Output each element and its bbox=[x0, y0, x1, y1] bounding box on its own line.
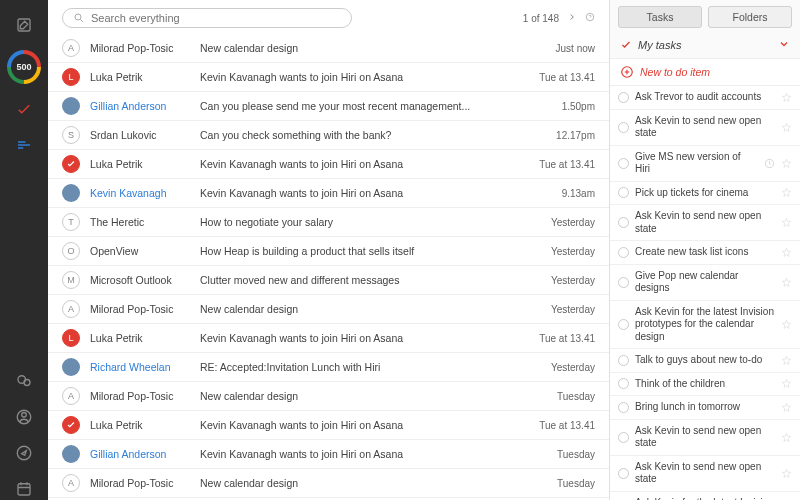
message-sender: Srdan Lukovic bbox=[90, 129, 200, 141]
task-item[interactable]: Ask Trevor to audit accounts bbox=[610, 86, 800, 110]
task-item[interactable]: Give MS new version of Hiri bbox=[610, 146, 800, 182]
task-checkbox[interactable] bbox=[618, 158, 629, 169]
message-row[interactable]: Kevin KavanaghKevin Kavanagh wants to jo… bbox=[48, 179, 609, 208]
star-icon[interactable] bbox=[781, 378, 792, 389]
compass-icon[interactable] bbox=[13, 442, 35, 464]
star-icon[interactable] bbox=[781, 319, 792, 330]
task-item[interactable]: Ask Kevin to send new open state bbox=[610, 456, 800, 492]
avatar: M bbox=[62, 271, 80, 289]
task-text: Create new task list icons bbox=[635, 246, 775, 259]
chat-icon[interactable] bbox=[13, 370, 35, 392]
message-subject: How Heap is building a product that sell… bbox=[200, 245, 529, 257]
new-task-label: New to do item bbox=[640, 66, 710, 78]
message-sender: Kevin Kavanagh bbox=[90, 187, 200, 199]
task-item[interactable]: Think of the children bbox=[610, 373, 800, 397]
task-item[interactable]: Pick up tickets for cinema bbox=[610, 182, 800, 206]
message-sender: Milorad Pop-Tosic bbox=[90, 303, 200, 315]
message-list[interactable]: AMilorad Pop-TosicNew calendar designJus… bbox=[48, 34, 609, 500]
pager-next-icon[interactable] bbox=[567, 12, 577, 24]
message-time: Yesterday bbox=[529, 304, 595, 315]
task-item[interactable]: Ask Kevin to send new open state bbox=[610, 110, 800, 146]
star-icon[interactable] bbox=[781, 355, 792, 366]
task-checkbox[interactable] bbox=[618, 187, 629, 198]
message-subject: New calendar design bbox=[200, 477, 529, 489]
task-item[interactable]: Create new task list icons bbox=[610, 241, 800, 265]
new-task-row[interactable]: New to do item bbox=[610, 58, 800, 86]
task-item[interactable]: Ask Kevin for the latest Invision protot… bbox=[610, 492, 800, 501]
message-row[interactable]: Luka PetrikKevin Kavanagh wants to join … bbox=[48, 411, 609, 440]
message-subject: Kevin Kavanagh wants to join Hiri on Asa… bbox=[200, 187, 529, 199]
star-icon[interactable] bbox=[781, 217, 792, 228]
tab-folders[interactable]: Folders bbox=[708, 6, 792, 28]
checkmark-icon[interactable] bbox=[13, 98, 35, 120]
score-badge[interactable]: 500 bbox=[7, 50, 41, 84]
message-row[interactable]: LLuka PetrikKevin Kavanagh wants to join… bbox=[48, 63, 609, 92]
task-item[interactable]: Give Pop new calendar designs bbox=[610, 265, 800, 301]
message-time: Tue at 13.41 bbox=[529, 333, 595, 344]
star-icon[interactable] bbox=[781, 122, 792, 133]
task-checkbox[interactable] bbox=[618, 432, 629, 443]
task-item[interactable]: Talk to guys about new to-do bbox=[610, 349, 800, 373]
task-item[interactable]: Ask Kevin to send new open state bbox=[610, 420, 800, 456]
message-time: 12.17pm bbox=[529, 130, 595, 141]
message-row[interactable]: TThe HereticHow to negotiate your salary… bbox=[48, 208, 609, 237]
message-row[interactable]: Richard WheelanRE: Accepted:Invitation L… bbox=[48, 353, 609, 382]
message-row[interactable]: AMilorad Pop-TosicNew calendar designTue… bbox=[48, 382, 609, 411]
tab-tasks[interactable]: Tasks bbox=[618, 6, 702, 28]
message-time: Tuesday bbox=[529, 449, 595, 460]
message-row[interactable]: AMilorad Pop-TosicNew calendar designTue… bbox=[48, 469, 609, 498]
task-list[interactable]: Ask Trevor to audit accountsAsk Kevin to… bbox=[610, 86, 800, 500]
task-item[interactable]: Ask Kevin for the latest Invision protot… bbox=[610, 301, 800, 350]
help-icon[interactable] bbox=[585, 12, 595, 24]
task-checkbox[interactable] bbox=[618, 355, 629, 366]
message-subject: New calendar design bbox=[200, 42, 529, 54]
calendar-icon[interactable] bbox=[13, 478, 35, 500]
star-icon[interactable] bbox=[781, 468, 792, 479]
star-icon[interactable] bbox=[781, 277, 792, 288]
list-icon[interactable] bbox=[13, 134, 35, 156]
star-icon[interactable] bbox=[781, 247, 792, 258]
message-row[interactable]: AMilorad Pop-TosicNew calendar designYes… bbox=[48, 295, 609, 324]
message-row[interactable]: OOpenViewHow Heap is building a product … bbox=[48, 237, 609, 266]
star-icon[interactable] bbox=[781, 402, 792, 413]
task-checkbox[interactable] bbox=[618, 468, 629, 479]
message-sender: Milorad Pop-Tosic bbox=[90, 477, 200, 489]
message-sender: The Heretic bbox=[90, 216, 200, 228]
message-row[interactable]: LLuka PetrikKevin Kavanagh wants to join… bbox=[48, 324, 609, 353]
star-icon[interactable] bbox=[781, 187, 792, 198]
task-text: Ask Kevin to send new open state bbox=[635, 425, 775, 450]
task-checkbox[interactable] bbox=[618, 319, 629, 330]
message-row[interactable]: Luka PetrikKevin Kavanagh wants to join … bbox=[48, 150, 609, 179]
star-icon[interactable] bbox=[781, 432, 792, 443]
task-item[interactable]: Bring lunch in tomorrow bbox=[610, 396, 800, 420]
avatar: L bbox=[62, 329, 80, 347]
message-row[interactable]: MMicrosoft OutlookClutter moved new and … bbox=[48, 266, 609, 295]
chevron-down-icon bbox=[778, 38, 790, 52]
message-sender: Luka Petrik bbox=[90, 419, 200, 431]
message-sender: Gillian Anderson bbox=[90, 100, 200, 112]
search-box[interactable] bbox=[62, 8, 352, 28]
message-time: Yesterday bbox=[529, 275, 595, 286]
task-item[interactable]: Ask Kevin to send new open state bbox=[610, 205, 800, 241]
star-icon[interactable] bbox=[781, 158, 792, 169]
task-checkbox[interactable] bbox=[618, 247, 629, 258]
task-checkbox[interactable] bbox=[618, 217, 629, 228]
task-checkbox[interactable] bbox=[618, 122, 629, 133]
task-checkbox[interactable] bbox=[618, 402, 629, 413]
message-row[interactable]: Gillian AndersonCan you please send me y… bbox=[48, 92, 609, 121]
task-text: Ask Kevin to send new open state bbox=[635, 461, 775, 486]
task-checkbox[interactable] bbox=[618, 378, 629, 389]
message-time: Tue at 13.41 bbox=[529, 420, 595, 431]
star-icon[interactable] bbox=[781, 92, 792, 103]
search-input[interactable] bbox=[91, 12, 341, 24]
task-text: Talk to guys about new to-do bbox=[635, 354, 775, 367]
task-checkbox[interactable] bbox=[618, 92, 629, 103]
message-row[interactable]: Gillian AndersonKevin Kavanagh wants to … bbox=[48, 440, 609, 469]
app-sidebar: 500 bbox=[0, 0, 48, 500]
tasks-section-header[interactable]: My tasks bbox=[610, 32, 800, 58]
message-row[interactable]: AMilorad Pop-TosicNew calendar designJus… bbox=[48, 34, 609, 63]
compose-icon[interactable] bbox=[13, 14, 35, 36]
task-checkbox[interactable] bbox=[618, 277, 629, 288]
message-row[interactable]: SSrdan LukovicCan you check something wi… bbox=[48, 121, 609, 150]
user-icon[interactable] bbox=[13, 406, 35, 428]
